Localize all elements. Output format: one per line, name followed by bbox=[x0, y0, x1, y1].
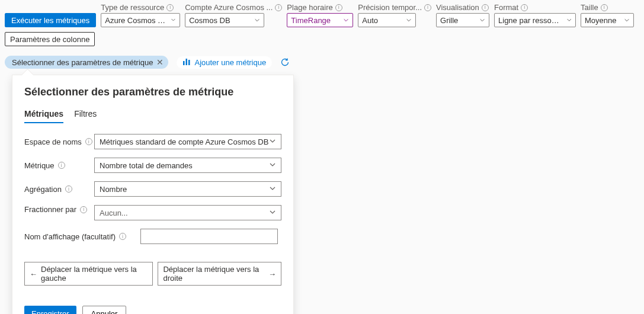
chevron-down-icon bbox=[269, 137, 276, 146]
dropdown-visualization[interactable]: Grille bbox=[436, 13, 489, 27]
chevron-down-icon bbox=[624, 17, 630, 23]
chevron-down-icon bbox=[479, 17, 485, 23]
label-display-name: Nom d'affichage (facultatif) i bbox=[24, 232, 140, 241]
info-icon: i bbox=[482, 4, 489, 11]
label-account: Compte Azure Cosmos ... i bbox=[185, 3, 282, 12]
info-icon: i bbox=[80, 206, 87, 213]
label-namespace: Espace de noms i bbox=[24, 137, 94, 146]
input-display-name[interactable] bbox=[140, 229, 278, 244]
tab-filters[interactable]: Filtres bbox=[74, 107, 97, 123]
chevron-down-icon bbox=[406, 17, 412, 23]
dropdown-format[interactable]: Ligne par ressource bbox=[494, 13, 576, 27]
chevron-down-icon bbox=[269, 185, 276, 194]
column-params-button[interactable]: Paramètres de colonne bbox=[5, 32, 95, 46]
arrow-right-icon: → bbox=[268, 270, 276, 278]
dropdown-metric[interactable]: Nombre total de demandes bbox=[94, 158, 281, 173]
label-visualization: Visualisation i bbox=[436, 3, 489, 12]
pill-metric-settings[interactable]: Sélectionner des paramètres de métrique … bbox=[5, 56, 168, 69]
bar-chart-icon bbox=[182, 58, 191, 67]
dropdown-resource-type[interactable]: Azure Cosmos DB... bbox=[101, 13, 180, 27]
label-metric: Métrique i bbox=[24, 161, 94, 170]
label-resource-type: Type de ressource i bbox=[101, 3, 180, 12]
dropdown-size[interactable]: Moyenne bbox=[581, 13, 634, 27]
chevron-down-icon bbox=[566, 17, 572, 23]
pill-add-metric[interactable]: Ajouter une métrique bbox=[177, 56, 272, 69]
label-split-by: Fractionner par i bbox=[24, 205, 94, 214]
svg-rect-2 bbox=[188, 60, 190, 65]
dropdown-aggregation[interactable]: Nombre bbox=[94, 181, 281, 197]
move-metric-right-button[interactable]: Déplacer la métrique vers la droite → bbox=[158, 262, 281, 286]
info-icon: i bbox=[601, 4, 608, 11]
label-granularity: Précision tempor... i bbox=[358, 3, 431, 12]
dropdown-time-range[interactable]: TimeRange bbox=[287, 13, 353, 27]
chevron-down-icon bbox=[254, 17, 260, 23]
svg-rect-0 bbox=[183, 61, 185, 65]
info-icon: i bbox=[166, 4, 174, 11]
dropdown-account[interactable]: Cosmos DB bbox=[185, 13, 264, 27]
save-button[interactable]: Enregistrer bbox=[24, 306, 76, 314]
svg-rect-1 bbox=[186, 59, 188, 65]
tab-metrics[interactable]: Métriques bbox=[24, 107, 63, 123]
chevron-down-icon bbox=[269, 209, 276, 217]
label-format: Format i bbox=[494, 3, 576, 12]
refresh-icon[interactable] bbox=[280, 57, 290, 67]
metric-settings-panel: Sélectionner des paramètres de métrique … bbox=[12, 75, 294, 314]
info-icon: i bbox=[275, 4, 282, 11]
chevron-down-icon bbox=[343, 17, 349, 23]
pill-add-metric-label: Ajouter une métrique bbox=[194, 58, 266, 67]
dropdown-granularity[interactable]: Auto bbox=[358, 13, 416, 27]
panel-title: Sélectionner des paramètres de métrique bbox=[24, 86, 281, 98]
label-size: Taille i bbox=[581, 3, 634, 12]
info-icon: i bbox=[424, 4, 431, 11]
dropdown-namespace[interactable]: Métriques standard de compte Azure Cosmo… bbox=[94, 134, 281, 149]
info-icon: i bbox=[521, 4, 528, 11]
cancel-button[interactable]: Annuler bbox=[82, 306, 127, 314]
chevron-down-icon bbox=[171, 17, 176, 23]
pill-metric-settings-label: Sélectionner des paramètres de métrique bbox=[12, 58, 153, 67]
run-metrics-button[interactable]: Exécuter les métriques bbox=[5, 13, 96, 27]
label-aggregation: Agrégation i bbox=[24, 185, 94, 194]
dropdown-split-default[interactable]: Aucun... bbox=[94, 205, 281, 220]
info-icon: i bbox=[119, 233, 126, 240]
chevron-down-icon bbox=[269, 161, 276, 170]
info-icon: i bbox=[58, 162, 65, 169]
info-icon: i bbox=[335, 4, 342, 11]
info-icon: i bbox=[65, 185, 72, 193]
label-time-range: Plage horaire i bbox=[287, 3, 353, 12]
arrow-left-icon: ← bbox=[30, 270, 37, 278]
move-metric-left-button[interactable]: ← Déplacer la métrique vers la gauche bbox=[24, 262, 153, 286]
info-icon: i bbox=[85, 138, 92, 145]
close-icon[interactable]: ✕ bbox=[156, 57, 164, 67]
